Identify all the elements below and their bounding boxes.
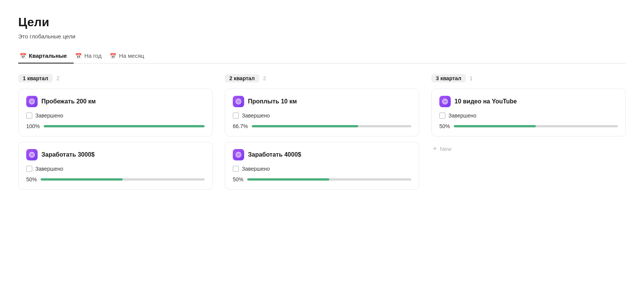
tab-monthly[interactable]: 📅 На месяц (108, 49, 151, 63)
goal-g5-progress-fill (454, 125, 536, 127)
q3-label: 3 квартал (431, 74, 466, 82)
svg-point-11 (238, 154, 239, 155)
goal-g4-check[interactable]: Завершено (233, 166, 411, 172)
goal-card-g5: 10 видео на YouTube Завершено 50% (431, 89, 626, 136)
goal-g3-icon (233, 96, 244, 107)
goal-g5-progress: 50% (439, 123, 618, 129)
tabs-container: 📅 Квартальные 📅 На год 📅 На месяц (18, 49, 626, 63)
goal-g5-progress-bg (454, 125, 618, 127)
goal-g3-check-label: Завершено (242, 113, 270, 119)
goal-g3-progress-fill (252, 125, 358, 127)
page-subtitle: Это глобальные цели (18, 33, 626, 40)
svg-point-14 (445, 101, 445, 102)
calendar-icon-yearly: 📅 (75, 53, 82, 59)
new-button-label: New (440, 146, 451, 152)
tab-quarterly-label: Квартальные (29, 52, 67, 59)
column-q1-header: 1 квартал 2 (18, 74, 213, 82)
q2-label: 2 квартал (225, 74, 259, 82)
goal-g5-pct: 50% (439, 123, 450, 129)
tab-yearly-label: На год (84, 52, 101, 59)
goal-g5-title: 10 видео на YouTube (455, 98, 517, 105)
svg-point-5 (32, 154, 32, 155)
goal-card-g4: Заработать 4000$ Завершено 50% (225, 142, 419, 190)
goal-g1-title-row: Пробежать 200 км (26, 96, 205, 107)
q1-label: 1 квартал (18, 74, 53, 82)
goal-g4-progress-fill (247, 178, 329, 181)
goal-g2-progress-fill (41, 178, 123, 181)
goal-g1-checkbox[interactable] (26, 113, 32, 119)
goal-g4-progress-bg (247, 178, 411, 181)
tab-monthly-label: На месяц (119, 52, 144, 59)
tab-quarterly[interactable]: 📅 Квартальные (18, 49, 74, 63)
goal-g4-title-row: Заработать 4000$ (233, 149, 411, 160)
goal-g2-progress-bg (41, 178, 205, 181)
goal-card-g1: Пробежать 200 км Завершено 100% (18, 89, 213, 136)
goal-g5-check-label: Завершено (448, 113, 477, 119)
goal-g1-title: Пробежать 200 км (41, 98, 96, 105)
goal-g1-progress-fill (44, 125, 205, 127)
goal-g3-title: Проплыть 10 км (248, 98, 297, 105)
goal-g4-progress: 50% (233, 176, 411, 182)
goal-g4-check-label: Завершено (242, 166, 270, 172)
goal-g1-check-label: Завершено (35, 113, 63, 119)
goal-g2-title: Заработать 3000$ (41, 151, 95, 158)
goal-g3-pct: 66.7% (233, 123, 248, 129)
goal-g1-check[interactable]: Завершено (26, 113, 205, 119)
column-q3: 3 квартал 1 10 видео на YouTube Завершен… (431, 74, 626, 195)
q2-count: 2 (263, 75, 266, 81)
goal-g2-title-row: Заработать 3000$ (26, 149, 205, 160)
new-plus-icon: + (433, 145, 437, 153)
columns-container: 1 квартал 2 Пробежать 200 км Завершено (18, 74, 626, 195)
page-title: Цели (18, 15, 626, 29)
calendar-icon-quarterly: 📅 (20, 53, 26, 59)
goal-g3-progress-bg (252, 125, 411, 127)
goal-g1-icon (26, 96, 38, 107)
goal-g2-check[interactable]: Завершено (26, 166, 205, 172)
goal-g2-icon (26, 149, 38, 160)
goal-g2-check-label: Завершено (35, 166, 63, 172)
goal-g4-checkbox[interactable] (233, 166, 239, 172)
goal-g3-check[interactable]: Завершено (233, 113, 411, 119)
q1-count: 2 (57, 75, 60, 81)
goal-g4-title: Заработать 4000$ (248, 151, 301, 158)
q3-count: 1 (470, 75, 473, 81)
column-q2: 2 квартал 2 Проплыть 10 км Завершено (225, 74, 419, 195)
column-q2-header: 2 квартал 2 (225, 74, 419, 82)
goal-g5-check[interactable]: Завершено (439, 113, 618, 119)
goal-g3-checkbox[interactable] (233, 113, 239, 119)
tab-yearly[interactable]: 📅 На год (74, 49, 108, 63)
goal-g5-title-row: 10 видео на YouTube (439, 96, 618, 107)
goal-card-g2: Заработать 3000$ Завершено 50% (18, 142, 213, 190)
column-q1: 1 квартал 2 Пробежать 200 км Завершено (18, 74, 213, 195)
goal-g1-progress: 100% (26, 123, 205, 129)
goal-g2-progress: 50% (26, 176, 205, 182)
goal-g1-pct: 100% (26, 123, 40, 129)
goal-g3-progress: 66.7% (233, 123, 411, 129)
goal-g3-title-row: Проплыть 10 км (233, 96, 411, 107)
calendar-icon-monthly: 📅 (110, 53, 116, 59)
new-goal-button[interactable]: + New (431, 142, 626, 156)
goal-g4-pct: 50% (233, 176, 243, 182)
column-q3-header: 3 квартал 1 (431, 74, 626, 82)
goal-card-g3: Проплыть 10 км Завершено 66.7% (225, 89, 419, 136)
goal-g5-checkbox[interactable] (439, 113, 445, 119)
goal-g5-icon (439, 96, 451, 107)
goal-g2-pct: 50% (26, 176, 37, 182)
svg-point-2 (32, 101, 32, 102)
svg-point-8 (238, 101, 239, 102)
goal-g1-progress-bg (44, 125, 205, 127)
goal-g4-icon (233, 149, 244, 160)
goal-g2-checkbox[interactable] (26, 166, 32, 172)
